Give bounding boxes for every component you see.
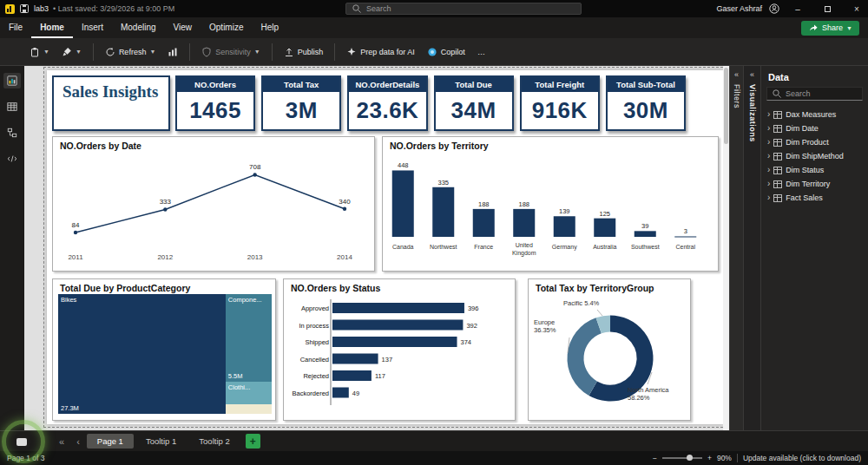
- last-saved-text: • Last saved: 3/29/2026 at 9:00 PM: [53, 4, 174, 13]
- svg-text:Canada: Canada: [392, 244, 414, 250]
- maximize-button[interactable]: [816, 0, 838, 17]
- statusbar: Page 1 of 3 − + 90% Update available (cl…: [0, 451, 868, 465]
- menu-help[interactable]: Help: [252, 17, 287, 38]
- filters-pane-collapsed[interactable]: « Filters: [729, 66, 743, 430]
- user-icon[interactable]: [769, 3, 779, 14]
- ribbon-more-button[interactable]: …: [472, 45, 490, 59]
- report-view-button[interactable]: [3, 73, 21, 88]
- add-page-button[interactable]: +: [246, 434, 260, 449]
- menu-modeling[interactable]: Modeling: [112, 17, 165, 38]
- format-painter-button[interactable]: ▼: [56, 44, 87, 60]
- data-item-dim-date[interactable]: ›Dim Date: [761, 121, 868, 135]
- copilot-button[interactable]: Copilot: [422, 44, 470, 60]
- kpi-card-no-orderdetails[interactable]: NO.OrderDetails23.6K: [347, 75, 427, 131]
- visual-orders-by-date[interactable]: NO.Orders by Date 8420113332012708201334…: [52, 136, 375, 272]
- refresh-button[interactable]: Refresh ▼: [100, 44, 161, 60]
- menu-view[interactable]: View: [165, 17, 201, 38]
- user-name[interactable]: Gaser Ashraf: [716, 4, 762, 13]
- table-icon: [773, 139, 782, 147]
- page-tab-tooltip-1[interactable]: Tooltip 1: [135, 434, 187, 449]
- data-item-dim-status[interactable]: ›Dim Status: [761, 163, 868, 177]
- kpi-card-total-due[interactable]: Total Due34M: [434, 75, 514, 131]
- zoom-out-button[interactable]: −: [653, 454, 657, 462]
- first-page-button[interactable]: «: [54, 436, 69, 447]
- menu-file[interactable]: File: [0, 17, 31, 38]
- kpi-card-no-orders[interactable]: NO.Orders1465: [175, 75, 255, 131]
- expand-chevron-icon[interactable]: ›: [767, 193, 770, 202]
- treemap-block-compone[interactable]: Compone...5.5M: [226, 294, 272, 382]
- expand-pane-icon[interactable]: «: [750, 70, 754, 79]
- data-item-fact-sales[interactable]: ›Fact Sales: [761, 191, 868, 205]
- visual-orders-by-territory[interactable]: NO.Orders by Territory 448Canada335North…: [382, 136, 719, 272]
- sparkle-icon: [346, 47, 357, 57]
- zoom-slider-knob[interactable]: [687, 455, 693, 461]
- refresh-label: Refresh: [119, 48, 147, 56]
- svg-text:Rejected: Rejected: [303, 372, 329, 380]
- kpi-value: 1465: [177, 92, 253, 129]
- expand-chevron-icon[interactable]: ›: [767, 138, 770, 147]
- expand-chevron-icon[interactable]: ›: [767, 166, 770, 174]
- expand-chevron-icon[interactable]: ›: [767, 124, 770, 133]
- paste-button[interactable]: ▼: [24, 44, 55, 60]
- menu-home[interactable]: Home: [31, 17, 73, 38]
- menu-insert[interactable]: Insert: [73, 17, 112, 38]
- page-tab-page-1[interactable]: Page 1: [87, 434, 134, 449]
- titlebar: lab3 • Last saved: 3/29/2026 at 9:00 PM …: [0, 0, 868, 17]
- update-available-link[interactable]: Update available (click to download): [743, 454, 861, 462]
- share-label: Share: [822, 23, 843, 32]
- kpi-card-total-tax[interactable]: Total Tax3M: [261, 75, 341, 131]
- visual-total-tax-by-territorygroup[interactable]: Total Tax by TerritoryGroup Pacific 5.4%…: [528, 278, 691, 421]
- data-field-list: ›Dax Measures›Dim Date›Dim Product›Dim S…: [761, 108, 868, 205]
- donut-label-europe: Europe 36.35%: [534, 319, 574, 334]
- visualizations-pane-collapsed[interactable]: « Visualizations: [743, 66, 760, 430]
- data-item-dim-territory[interactable]: ›Dim Territory: [761, 177, 868, 191]
- expand-pane-icon[interactable]: «: [734, 70, 739, 79]
- scrollbar-thumb[interactable]: [724, 68, 728, 144]
- data-view-button[interactable]: [3, 99, 21, 115]
- svg-text:392: 392: [466, 322, 477, 330]
- share-button[interactable]: Share ▼: [801, 21, 859, 36]
- kpi-card-total-freight[interactable]: Total Freight916K: [520, 75, 600, 131]
- expand-chevron-icon[interactable]: ›: [767, 180, 770, 188]
- dax-query-view-button[interactable]: [3, 151, 21, 167]
- prep-data-for-ai-button[interactable]: Prep data for AI: [341, 44, 420, 60]
- kpi-card-total-sub-total[interactable]: Total Sub-Total30M: [606, 75, 686, 131]
- treemap-block-bikes[interactable]: Bikes27.3M: [58, 294, 226, 414]
- visualizations-pane-label: Visualizations: [748, 84, 757, 142]
- model-view-icon: [7, 128, 17, 138]
- visual-orders-by-status[interactable]: NO.Orders by Status Approved396In proces…: [283, 278, 516, 421]
- data-pane-title: Data: [761, 66, 868, 87]
- expand-chevron-icon[interactable]: ›: [767, 152, 770, 160]
- expand-chevron-icon[interactable]: ›: [767, 110, 770, 119]
- vertical-scrollbar[interactable]: [723, 66, 729, 430]
- model-view-button[interactable]: [3, 125, 21, 141]
- svg-text:340: 340: [339, 198, 351, 206]
- data-item-dim-shipmethod[interactable]: ›Dim ShipMethod: [761, 149, 868, 163]
- data-item-dim-product[interactable]: ›Dim Product: [761, 135, 868, 149]
- zoom-in-button[interactable]: +: [707, 454, 712, 462]
- close-button[interactable]: ×: [845, 0, 868, 17]
- previous-page-button[interactable]: ‹: [71, 436, 85, 447]
- sensitivity-button: Sensitivity ▼: [196, 44, 265, 60]
- data-search-input[interactable]: Search: [766, 87, 863, 101]
- zoom-slider[interactable]: [662, 457, 702, 459]
- report-title-card[interactable]: Sales Insights: [52, 75, 170, 131]
- new-visual-button[interactable]: [162, 44, 183, 60]
- treemap-block-small[interactable]: [226, 404, 272, 414]
- minimize-button[interactable]: –: [786, 0, 809, 17]
- svg-text:2014: 2014: [337, 253, 352, 261]
- save-icon[interactable]: [19, 3, 30, 14]
- menu-optimize[interactable]: Optimize: [201, 17, 252, 38]
- report-page[interactable]: Sales Insights NO.Orders1465Total Tax3MN…: [47, 70, 724, 424]
- data-item-dax-measures[interactable]: ›Dax Measures: [761, 108, 868, 121]
- visual-total-due-by-productcategory[interactable]: Total Due by ProductCategory Bikes27.3MC…: [52, 278, 276, 421]
- ribbon-separator: [189, 43, 190, 61]
- chart-title: Total Tax by TerritoryGroup: [529, 279, 690, 294]
- report-canvas[interactable]: Sales Insights NO.Orders1465Total Tax3MN…: [24, 66, 729, 430]
- titlebar-left: lab3 • Last saved: 3/29/2026 at 9:00 PM: [0, 3, 174, 14]
- treemap-block-clothi[interactable]: Clothi...: [226, 382, 272, 404]
- global-search-input[interactable]: Search: [345, 3, 582, 15]
- page-tab-tooltip-2[interactable]: Tooltip 2: [188, 434, 240, 449]
- publish-button[interactable]: Publish: [279, 44, 329, 60]
- copilot-icon: [427, 47, 437, 57]
